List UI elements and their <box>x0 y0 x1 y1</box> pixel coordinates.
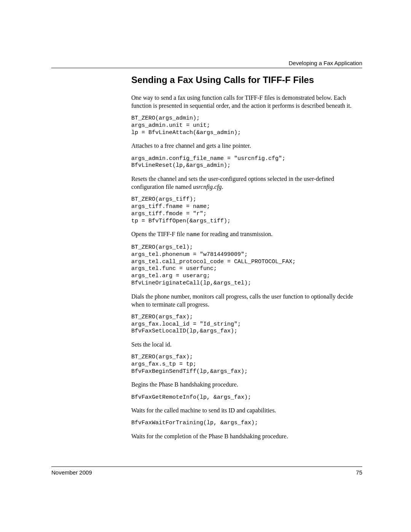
desc-3: Opens the TIFF-F file name for reading a… <box>131 230 362 239</box>
page: Developing a Fax Application Sending a F… <box>0 0 411 532</box>
desc-3-mono: name <box>186 232 200 238</box>
code-block-1: BT_ZERO(args_admin); args_admin.unit = u… <box>131 115 362 136</box>
code-block-6: BT_ZERO(args_fax); args_fax.s_tp = tp; B… <box>131 354 362 375</box>
code-block-7: BfvFaxGetRemoteInfo(lp, &args_fax); <box>131 394 362 401</box>
code-block-4: BT_ZERO(args_tel); args_tel.phonenum = "… <box>131 244 362 287</box>
desc-2-pre: Resets the channel and sets the user-con… <box>131 176 334 190</box>
desc-7: Waits for the called machine to send its… <box>131 406 362 414</box>
desc-3-pre: Opens the TIFF-F file <box>131 231 186 237</box>
section-heading: Sending a Fax Using Calls for TIFF-F Fil… <box>131 75 362 85</box>
code-block-2: args_admin.config_file_name = "usrcnfig.… <box>131 155 362 170</box>
code-block-8: BfvFaxWaitForTraining(lp, &args_fax); <box>131 420 362 427</box>
desc-4: Dials the phone number, monitors call pr… <box>131 292 362 308</box>
desc-8: Waits for the completion of the Phase B … <box>131 432 362 440</box>
desc-3-post: for reading and transmission. <box>200 231 273 237</box>
code-block-3: BT_ZERO(args_tiff); args_tiff.fname = na… <box>131 196 362 225</box>
main-content: Sending a Fax Using Calls for TIFF-F Fil… <box>131 75 362 446</box>
page-number: 75 <box>356 469 362 476</box>
chapter-title: Developing a Fax Application <box>51 60 362 66</box>
running-header: Developing a Fax Application <box>51 60 362 68</box>
running-footer: November 2009 75 <box>51 466 362 476</box>
desc-5: Sets the local id. <box>131 340 362 348</box>
desc-2: Resets the channel and sets the user-con… <box>131 175 362 191</box>
code-block-5: BT_ZERO(args_fax); args_fax.local_id = "… <box>131 314 362 335</box>
desc-2-filename: usrcnfig.cfg <box>193 184 221 190</box>
desc-2-post: . <box>222 184 223 190</box>
footer-date: November 2009 <box>51 469 92 476</box>
intro-paragraph: One way to send a fax using function cal… <box>131 94 362 110</box>
footer-rule <box>51 466 362 467</box>
desc-6: Begins the Phase B handshaking procedure… <box>131 380 362 388</box>
header-rule <box>51 68 362 68</box>
desc-1: Attaches to a free channel and gets a li… <box>131 142 362 150</box>
footer-row: November 2009 75 <box>51 469 362 476</box>
